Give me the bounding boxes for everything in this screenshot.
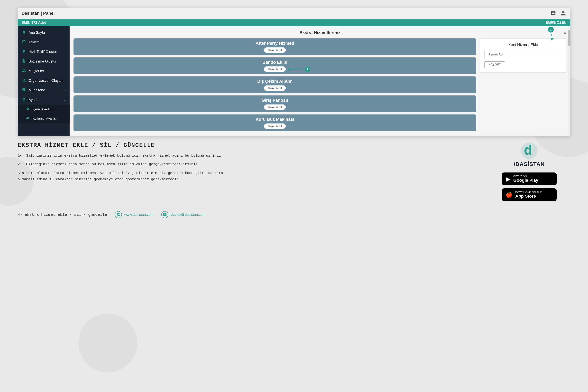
section-header: 1 Ekstra Hizmetleriniz ∧: [74, 30, 566, 35]
service-delete-btn-2[interactable]: Hizmeti Sil: [264, 66, 286, 72]
sidebar-label-kullanici-ayarlari: Kullanıcı Ayarları: [32, 116, 66, 120]
service-card-4: Giriş Panosu Hizmeti Sil: [74, 96, 476, 112]
browser-title: Dasistan | Panel: [22, 11, 547, 16]
annotation-arrow-2: [288, 66, 304, 72]
tutorial-step-1: 1-) Salonlarınız için ekstra hizmetler e…: [18, 152, 480, 159]
sidebar-item-hizli-teklif[interactable]: Hızlı Teklif Oluştur: [18, 47, 70, 57]
app-layout: Ana Sayfa Takvim Hızlı Teklif Oluştur: [18, 26, 570, 136]
document-icon: [22, 59, 26, 64]
organization-icon: [22, 78, 26, 83]
browser-window: Dasistan | Panel SMS: 972 Adet EMRE ÖZEN: [18, 8, 570, 136]
service-name-input[interactable]: [484, 50, 562, 59]
sidebar-item-anasayfa[interactable]: Ana Sayfa: [18, 28, 70, 38]
google-play-label: GET IT ON: [513, 175, 538, 178]
app-store-text: Download on the App Store: [515, 191, 542, 199]
service-delete-btn-3[interactable]: Hizmeti Sil: [264, 86, 286, 91]
scrollbar-track: [568, 26, 570, 136]
sidebar-label-takvim: Takvim: [28, 40, 66, 44]
service-delete-btn-1[interactable]: Hizmeti Sil: [264, 48, 286, 53]
dasistan-logo-icon: d: [520, 142, 538, 160]
footer-email: destek@dasistan.com: [161, 211, 206, 218]
settings-icon: [22, 98, 26, 102]
service-delete-btn-4[interactable]: Hizmeti Sil: [264, 104, 286, 110]
annotation-badge-2: 2: [305, 67, 310, 72]
add-service-panel: Yeni Hizmet Ekle KAYDET: [480, 38, 566, 72]
top-status-bar: SMS: 972 Adet EMRE ÖZEN: [18, 19, 570, 26]
service-card-5: Kuru Buz Makinası Hizmeti Sil: [74, 114, 476, 131]
service-delete-btn-5[interactable]: Hizmeti Sil: [264, 124, 286, 129]
ayarlar-submenu: İçerik Ayarları Kullanıcı Ayarları: [18, 105, 70, 123]
bottom-right: d /DASİSTAN ▶ GET IT ON Google Play 🍎 Do…: [488, 142, 570, 201]
save-button[interactable]: KAYDET: [484, 61, 505, 68]
sidebar-label-ayarlar: Ayarlar: [28, 98, 62, 102]
sidebar-item-organizasyon[interactable]: Organizasyon Oluştur: [18, 76, 70, 86]
website-url: www.dasistan.com: [124, 213, 154, 217]
service-name-1: After Party Hizmeti: [256, 41, 294, 46]
bottom-left: EKSTRA HİZMET EKLE / SİL / GÜNCELLE 1-) …: [18, 142, 480, 201]
annotation-arrow-1: [547, 32, 555, 40]
service-name-3: Dış Çekim Albüm: [257, 79, 292, 84]
sidebar-item-sozlesme[interactable]: Sözleşme Oluştur: [18, 57, 70, 66]
content-settings-icon: [26, 107, 30, 112]
sms-count: SMS: 972 Adet: [22, 20, 46, 25]
google-play-name: Google Play: [513, 178, 538, 183]
chat-icon[interactable]: [550, 10, 556, 16]
user-name: EMRE ÖZEN: [546, 20, 566, 25]
email-address: destek@dasistan.com: [171, 213, 206, 217]
service-name-4: Giriş Panosu: [262, 98, 288, 103]
app-store-name: App Store: [515, 194, 542, 199]
browser-icons: [550, 10, 566, 16]
apple-icon: 🍎: [506, 192, 512, 198]
app-store-label: Download on the: [515, 191, 542, 194]
sidebar-label-muhasebe: Muhasebe: [28, 88, 62, 92]
sidebar-item-icerik-ayarlari[interactable]: İçerik Ayarları: [18, 105, 70, 114]
google-play-icon: ▶: [506, 175, 510, 183]
ayarlar-chevron-icon: ▴: [64, 98, 66, 102]
service-card-1: After Party Hizmeti Hizmeti Sil: [74, 38, 476, 55]
tutorial-step-3: Sınırsız olarak ekstra hizmet eklemesi y…: [18, 170, 480, 183]
tutorial-title: EKSTRA HİZMET EKLE / SİL / GÜNCELLE: [18, 142, 480, 148]
bottom-section: EKSTRA HİZMET EKLE / SİL / GÜNCELLE 1-) …: [18, 136, 570, 201]
sidebar-label-hizli-teklif: Hızlı Teklif Oluştur: [28, 50, 66, 54]
sidebar-label-organizasyon: Organizasyon Oluştur: [28, 78, 66, 83]
add-service-title: Yeni Hizmet Ekle: [484, 42, 562, 47]
main-content: 1 Ekstra Hizmetleriniz ∧: [70, 26, 570, 136]
layers-icon: [22, 50, 26, 54]
browser-titlebar: Dasistan | Panel: [18, 8, 570, 19]
sidebar-item-muhasebe[interactable]: Muhasebe ▾: [18, 86, 70, 95]
sidebar: Ana Sayfa Takvim Hızlı Teklif Oluştur: [18, 26, 70, 136]
right-panel: Yeni Hizmet Ekle KAYDET: [480, 38, 566, 131]
calendar-icon: [22, 40, 26, 45]
dasistan-brand-text: /DASİSTAN: [514, 161, 545, 168]
sidebar-label-icerik-ayarlari: İçerik Ayarları: [32, 108, 66, 111]
user-profile-icon[interactable]: [560, 10, 566, 16]
sidebar-item-kullanici-ayarlari[interactable]: Kullanıcı Ayarları: [18, 114, 70, 123]
google-play-button[interactable]: ▶ GET IT ON Google Play: [502, 172, 557, 185]
sidebar-item-takvim[interactable]: Takvim: [18, 38, 70, 47]
sidebar-item-musteriler[interactable]: Müşteriler: [18, 66, 70, 76]
user-settings-icon: [26, 116, 30, 121]
google-play-text: GET IT ON Google Play: [513, 175, 538, 183]
section-title: Ekstra Hizmetleriniz: [300, 30, 340, 35]
service-name-2: Bando Ekibi: [262, 60, 287, 65]
page-footer: 4- ekstra hizmet ekle / sil / güncelle w…: [18, 207, 570, 222]
annotation-badge-1: 1: [548, 27, 554, 32]
app-store-button[interactable]: 🍎 Download on the App Store: [502, 188, 557, 201]
accounting-icon: [22, 88, 26, 93]
email-icon: [161, 211, 168, 218]
service-name-5: Kuru Buz Makinası: [256, 117, 294, 122]
footer-website: www.dasistan.com: [115, 211, 154, 218]
service-card-2: Bando Ekibi Hizmeti Sil: [74, 58, 476, 74]
tutorial-step-2: 2-) Eklediğiniz hizmeti daha sonra bu bö…: [18, 161, 480, 168]
customers-icon: [22, 68, 26, 74]
muhasebe-chevron-icon: ▾: [64, 89, 66, 92]
dasistan-logo: d /DASİSTAN: [514, 142, 545, 168]
scrollbar-thumb[interactable]: [568, 30, 570, 46]
sidebar-label-musteriler: Müşteriler: [28, 69, 66, 73]
home-icon: [22, 30, 26, 35]
website-icon: [115, 211, 122, 218]
sidebar-label-sozlesme: Sözleşme Oluştur: [28, 60, 66, 64]
svg-text:d: d: [524, 142, 532, 158]
section-collapse-button[interactable]: ∧: [564, 30, 566, 35]
sidebar-item-ayarlar[interactable]: Ayarlar ▴: [18, 95, 70, 105]
